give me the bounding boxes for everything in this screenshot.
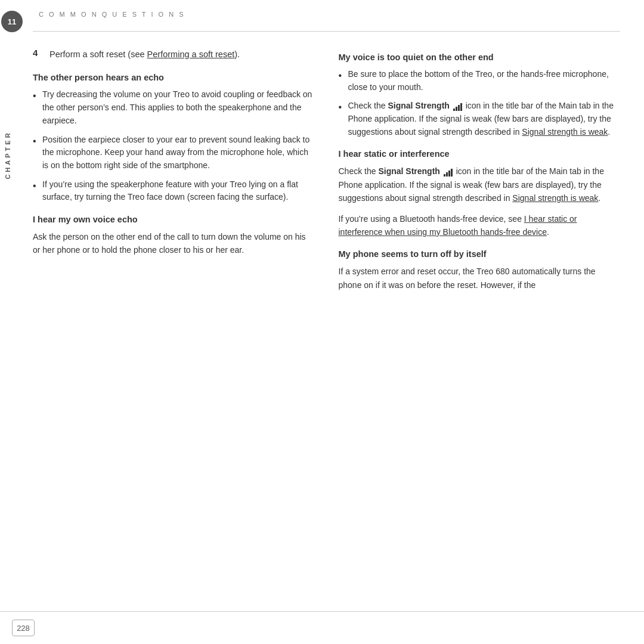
bullet-dot: • [33,137,38,146]
bullet-text: Check the Signal Strength icon in the ti… [348,100,621,138]
text-pre: Check the [348,101,388,110]
signal-strength-weak-link[interactable]: Signal strength is weak [522,127,608,137]
right-column: My voice is too quiet on the other end •… [339,36,621,608]
step-content: Perform a soft reset (see Performing a s… [49,48,240,61]
step-4: 4 Perform a soft reset (see Performing a… [33,48,315,61]
step-text-post: ). [234,49,240,59]
bullet-dot: • [33,181,38,191]
left-column: 4 Perform a soft reset (see Performing a… [33,36,315,608]
bullet-text: Try decreasing the volume on your Treo t… [42,88,315,127]
list-item: • Position the earpiece closer to your e… [33,134,315,172]
chapter-sidebar: 11 CHAPTER [0,0,24,644]
signal-strength-bold2: Signal Strength [378,166,439,176]
header-divider [33,31,620,32]
signal-strength-bold: Signal Strength [388,101,449,110]
echo-section-heading: The other person hears an echo [33,73,315,82]
list-item: • Be sure to place the bottom of the Tre… [339,68,621,94]
own-echo-body: Ask the person on the other end of the c… [33,230,315,257]
bullet-dot: • [339,103,343,112]
turn-off-heading: My phone seems to turn off by itself [339,249,621,259]
static-body2-pre: If you’re using a Bluetooth hands-free d… [339,214,524,224]
list-item: • If you’re using the speakerphone featu… [33,178,315,204]
bullet-text: If you’re using the speakerphone feature… [42,178,315,204]
bullet-text: Be sure to place the bottom of the Treo,… [348,68,621,94]
page-number-badge: 228 [12,620,35,636]
text-post: . [608,127,610,137]
step-text-pre: Perform a soft reset (see [49,49,147,59]
quiet-bullet-list: • Be sure to place the bottom of the Tre… [339,68,621,138]
signal-strength-icon [453,103,462,111]
page-footer: 228 [0,611,644,644]
static-body-pre: Check the [339,166,379,176]
chapter-label: CHAPTER [4,131,11,179]
static-body2: If you’re using a Bluetooth hands-free d… [339,212,621,239]
signal-weak-link2[interactable]: Signal strength is weak [512,193,598,203]
step-number: 4 [33,48,44,61]
page-container: 11 CHAPTER C O M M O N Q U E S T I O N S… [0,0,644,644]
turn-off-body: If a system error and reset occur, the T… [339,265,621,292]
chapter-number-badge: 11 [1,11,23,32]
bullet-dot: • [33,91,38,101]
static-body2-post: . [547,227,549,237]
static-body: Check the Signal Strength icon in the ti… [339,165,621,205]
static-body-post: . [598,193,600,203]
quiet-section-heading: My voice is too quiet on the other end [339,52,621,62]
soft-reset-link[interactable]: Performing a soft reset [147,49,235,59]
bullet-text: Position the earpiece closer to your ear… [42,134,315,172]
signal-strength-icon2 [444,168,453,177]
bullet-dot: • [339,71,343,80]
content-area: 4 Perform a soft reset (see Performing a… [33,36,620,608]
section-title: C O M M O N Q U E S T I O N S [39,11,185,18]
list-item: • Try decreasing the volume on your Treo… [33,88,315,127]
page-header: C O M M O N Q U E S T I O N S [33,11,620,18]
echo-bullet-list: • Try decreasing the volume on your Treo… [33,88,315,204]
list-item: • Check the Signal Strength icon in the … [339,100,621,138]
own-echo-heading: I hear my own voice echo [33,215,315,224]
static-section-heading: I hear static or interference [339,149,621,159]
